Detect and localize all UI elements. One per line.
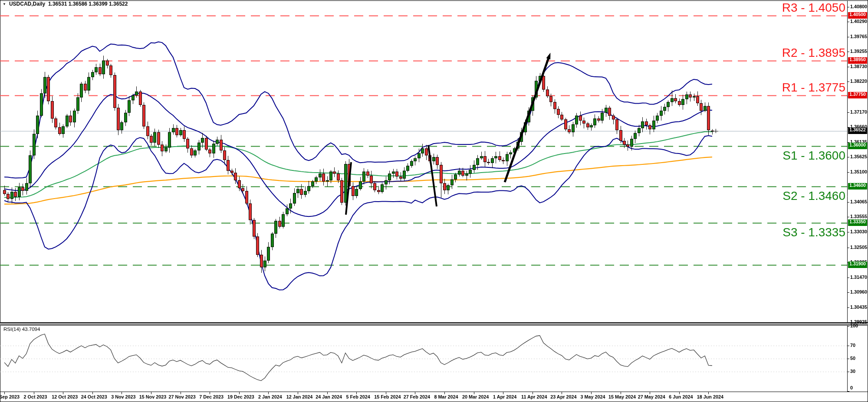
rsi-indicator-label: RSI(14) 43.7094 — [3, 327, 40, 332]
chart-window: ▼USDCAD,Daily 1.36531 1.36586 1.36399 1.… — [0, 0, 868, 402]
pane-separator[interactable] — [0, 323, 868, 326]
rsi-tick-label: 100 — [850, 323, 858, 329]
price-tick-label: 1.38730 — [850, 64, 867, 70]
price-badge-1.33350: 1.33350 — [848, 219, 867, 226]
symbol-dropdown-icon[interactable]: ▼ — [3, 2, 6, 6]
price-badge-1.40500: 1.40500 — [848, 12, 867, 19]
price-tick-label: 1.30960 — [850, 289, 867, 295]
date-tick-label: 18 Jun 2024 — [690, 394, 730, 399]
rsi-tick-label: 30 — [850, 369, 855, 375]
price-tick-label: 1.37170 — [850, 109, 867, 115]
chart-title-text: USDCAD,Daily 1.36531 1.36586 1.36399 1.3… — [9, 1, 128, 7]
price-tick-label: 1.34065 — [850, 199, 867, 205]
price-badge-1.31900: 1.31900 — [848, 261, 867, 268]
price-badge-1.38950: 1.38950 — [848, 57, 867, 64]
price-tick-label: 1.40290 — [850, 19, 867, 25]
price-tick-label: 1.35100 — [850, 169, 867, 175]
price-badge-1.36000: 1.36000 — [848, 143, 867, 149]
price-badge-1.37750: 1.37750 — [848, 92, 867, 98]
price-tick-label: 1.39765 — [850, 34, 867, 40]
price-tick-label: 1.40800 — [850, 4, 867, 10]
price-tick-label: 1.30435 — [850, 304, 867, 310]
sr-level-label: S3 - 1.3335 — [783, 226, 845, 239]
price-tick-label: 1.35625 — [850, 154, 867, 160]
sr-level-label: R2 - 1.3895 — [782, 46, 845, 60]
price-tick-label: 1.31470 — [850, 275, 867, 281]
price-tick-label: 1.32505 — [850, 245, 867, 251]
price-badge-1.34600: 1.34600 — [848, 183, 867, 190]
rsi-tick-label: 0 — [850, 385, 853, 391]
price-tick-label: 1.33030 — [850, 229, 867, 235]
price-tick-label: 1.39255 — [850, 49, 867, 55]
price-badge-1.36522: 1.36522 — [848, 127, 867, 134]
sr-level-label: R1 - 1.3775 — [782, 81, 845, 95]
price-tick-label: 1.38220 — [850, 78, 867, 85]
rsi-tick-label: 50 — [850, 356, 855, 362]
price-chart-canvas[interactable] — [0, 0, 868, 402]
chart-title: ▼USDCAD,Daily 1.36531 1.36586 1.36399 1.… — [3, 1, 128, 7]
sr-level-label: S1 - 1.3600 — [783, 149, 845, 163]
rsi-tick-label: 70 — [850, 343, 855, 349]
sr-level-label: S2 - 1.3460 — [783, 189, 845, 203]
sr-level-label: R3 - 1.4050 — [782, 1, 845, 15]
